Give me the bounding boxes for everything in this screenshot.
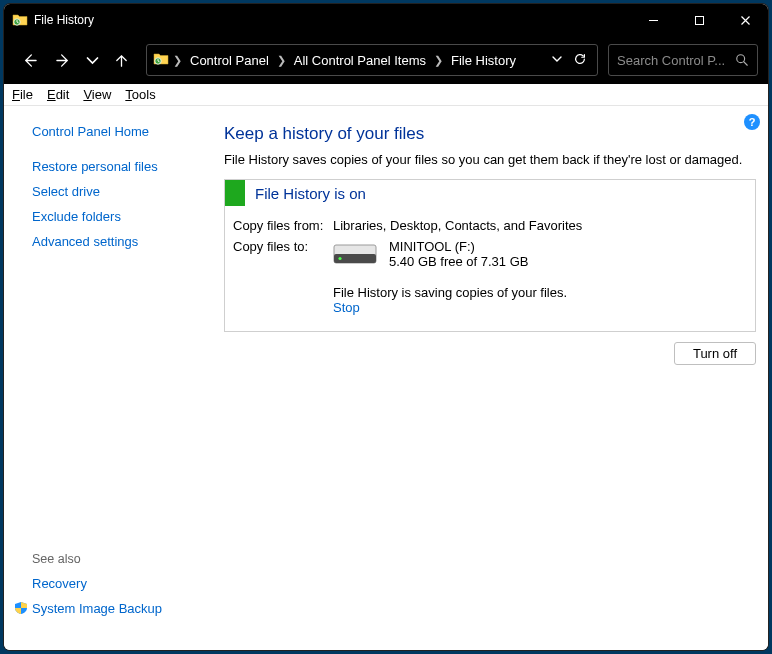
breadcrumb-item[interactable]: File History [447, 53, 520, 68]
status-color-swatch [225, 180, 245, 206]
minimize-button[interactable] [630, 4, 676, 36]
page-description: File History saves copies of your files … [224, 152, 756, 167]
nav-up-button[interactable] [106, 45, 136, 75]
svg-point-6 [338, 257, 341, 260]
copy-from-value: Libraries, Desktop, Contacts, and Favori… [333, 218, 582, 233]
shield-icon [14, 601, 28, 615]
maximize-button[interactable] [676, 4, 722, 36]
breadcrumb-item[interactable]: All Control Panel Items [290, 53, 430, 68]
address-dropdown-icon[interactable] [551, 53, 563, 68]
copy-to-label: Copy files to: [233, 239, 333, 269]
sidebar-select-drive[interactable]: Select drive [32, 184, 204, 199]
turn-off-button[interactable]: Turn off [674, 342, 756, 365]
search-input[interactable]: Search Control P... [608, 44, 758, 76]
menu-file[interactable]: File [12, 87, 33, 102]
menu-edit[interactable]: Edit [47, 87, 69, 102]
refresh-button[interactable] [573, 52, 587, 69]
sidebar-system-image-backup[interactable]: System Image Backup [14, 601, 204, 616]
svg-rect-1 [695, 16, 703, 24]
search-icon [735, 53, 749, 67]
window-title: File History [34, 13, 94, 27]
menu-view[interactable]: View [83, 87, 111, 102]
search-placeholder: Search Control P... [617, 53, 735, 68]
sidebar-exclude-folders[interactable]: Exclude folders [32, 209, 204, 224]
copy-from-label: Copy files from: [233, 218, 333, 233]
drive-icon [333, 241, 377, 267]
close-button[interactable] [722, 4, 768, 36]
page-title: Keep a history of your files [224, 124, 756, 144]
address-bar[interactable]: ❯ Control Panel ❯ All Control Panel Item… [146, 44, 598, 76]
sidebar-advanced-settings[interactable]: Advanced settings [32, 234, 204, 249]
help-button[interactable]: ? [744, 114, 760, 130]
chevron-right-icon: ❯ [171, 54, 184, 67]
chevron-right-icon: ❯ [432, 54, 445, 67]
chevron-right-icon: ❯ [275, 54, 288, 67]
sidebar-recovery[interactable]: Recovery [32, 576, 204, 591]
drive-space: 5.40 GB free of 7.31 GB [389, 254, 528, 269]
sidebar-restore-personal-files[interactable]: Restore personal files [32, 159, 204, 174]
breadcrumb-item[interactable]: Control Panel [186, 53, 273, 68]
address-icon [153, 51, 169, 70]
stop-link[interactable]: Stop [333, 300, 747, 315]
see-also-label: See also [32, 552, 204, 566]
activity-text: File History is saving copies of your fi… [333, 285, 747, 300]
file-history-status-box: File History is on Copy files from: Libr… [224, 179, 756, 332]
menu-tools[interactable]: Tools [125, 87, 155, 102]
app-icon [12, 12, 28, 28]
drive-name: MINITOOL (F:) [389, 239, 528, 254]
nav-back-button[interactable] [14, 45, 44, 75]
nav-recent-dropdown[interactable] [82, 45, 102, 75]
status-title: File History is on [245, 185, 366, 202]
sidebar-control-panel-home[interactable]: Control Panel Home [32, 124, 204, 139]
nav-forward-button[interactable] [48, 45, 78, 75]
